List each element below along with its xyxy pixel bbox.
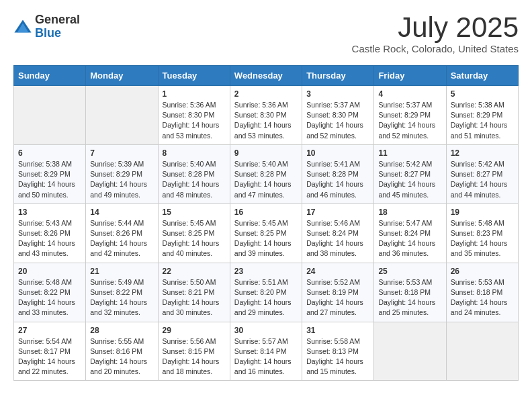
day-info: Sunrise: 5:52 AMSunset: 8:19 PMDaylight:…: [306, 277, 369, 318]
calendar-cell: 27Sunrise: 5:54 AMSunset: 8:17 PMDayligh…: [14, 322, 86, 381]
day-info: Sunrise: 5:55 AMSunset: 8:16 PMDaylight:…: [90, 336, 153, 377]
calendar-cell: 6Sunrise: 5:38 AMSunset: 8:29 PMDaylight…: [14, 144, 86, 203]
day-number: 7: [90, 148, 153, 158]
weekday-header-sunday: Sunday: [14, 66, 86, 86]
weekday-header-thursday: Thursday: [302, 66, 374, 86]
day-number: 8: [163, 148, 226, 158]
day-info: Sunrise: 5:38 AMSunset: 8:29 PMDaylight:…: [18, 159, 81, 200]
day-number: 20: [18, 267, 81, 276]
calendar-cell: 26Sunrise: 5:53 AMSunset: 8:18 PMDayligh…: [446, 263, 518, 322]
day-info: Sunrise: 5:42 AMSunset: 8:27 PMDaylight:…: [378, 159, 441, 200]
month-title: July 2025: [352, 13, 519, 42]
logo-general-text: General: [35, 13, 80, 27]
calendar-cell: 30Sunrise: 5:57 AMSunset: 8:14 PMDayligh…: [230, 322, 302, 381]
calendar-cell: 19Sunrise: 5:48 AMSunset: 8:23 PMDayligh…: [446, 203, 518, 263]
calendar-cell: [374, 322, 446, 381]
day-info: Sunrise: 5:53 AMSunset: 8:18 PMDaylight:…: [451, 277, 514, 318]
day-info: Sunrise: 5:43 AMSunset: 8:26 PMDaylight:…: [18, 218, 81, 259]
calendar-cell: 1Sunrise: 5:36 AMSunset: 8:30 PMDaylight…: [158, 86, 230, 145]
title-block: July 2025 Castle Rock, Colorado, United …: [352, 13, 519, 54]
calendar-cell: 11Sunrise: 5:42 AMSunset: 8:27 PMDayligh…: [374, 144, 446, 203]
calendar-cell: 2Sunrise: 5:36 AMSunset: 8:30 PMDaylight…: [230, 86, 302, 145]
calendar-week-row: 1Sunrise: 5:36 AMSunset: 8:30 PMDaylight…: [14, 86, 519, 145]
day-number: 14: [90, 208, 153, 217]
calendar-cell: 15Sunrise: 5:45 AMSunset: 8:25 PMDayligh…: [158, 203, 230, 263]
day-number: 9: [234, 148, 298, 158]
calendar-cell: 21Sunrise: 5:49 AMSunset: 8:22 PMDayligh…: [86, 263, 158, 322]
day-info: Sunrise: 5:40 AMSunset: 8:28 PMDaylight:…: [163, 159, 226, 200]
calendar-cell: 22Sunrise: 5:50 AMSunset: 8:21 PMDayligh…: [158, 263, 230, 322]
calendar-cell: 17Sunrise: 5:46 AMSunset: 8:24 PMDayligh…: [302, 203, 374, 263]
day-info: Sunrise: 5:41 AMSunset: 8:28 PMDaylight:…: [306, 159, 369, 200]
day-number: 12: [451, 148, 514, 158]
day-number: 27: [18, 326, 81, 335]
calendar-week-row: 20Sunrise: 5:48 AMSunset: 8:22 PMDayligh…: [14, 263, 519, 322]
calendar-cell: 23Sunrise: 5:51 AMSunset: 8:20 PMDayligh…: [230, 263, 302, 322]
day-number: 2: [234, 89, 298, 99]
weekday-header-monday: Monday: [86, 66, 158, 86]
calendar-table: SundayMondayTuesdayWednesdayThursdayFrid…: [13, 65, 519, 381]
day-info: Sunrise: 5:47 AMSunset: 8:24 PMDaylight:…: [378, 218, 441, 259]
day-info: Sunrise: 5:40 AMSunset: 8:28 PMDaylight:…: [234, 159, 298, 200]
day-number: 6: [18, 148, 81, 158]
logo-icon: [13, 17, 32, 36]
calendar-cell: 3Sunrise: 5:37 AMSunset: 8:30 PMDaylight…: [302, 86, 374, 145]
day-number: 29: [163, 326, 226, 335]
logo: General Blue: [13, 13, 80, 40]
day-number: 22: [163, 267, 226, 276]
calendar-cell: 18Sunrise: 5:47 AMSunset: 8:24 PMDayligh…: [374, 203, 446, 263]
calendar-cell: 25Sunrise: 5:53 AMSunset: 8:18 PMDayligh…: [374, 263, 446, 322]
calendar-cell: 24Sunrise: 5:52 AMSunset: 8:19 PMDayligh…: [302, 263, 374, 322]
day-number: 24: [306, 267, 369, 276]
calendar-cell: 7Sunrise: 5:39 AMSunset: 8:29 PMDaylight…: [86, 144, 158, 203]
day-number: 4: [378, 89, 441, 99]
day-number: 19: [451, 208, 514, 217]
logo-text: General Blue: [35, 13, 80, 40]
day-info: Sunrise: 5:57 AMSunset: 8:14 PMDaylight:…: [234, 336, 298, 377]
day-info: Sunrise: 5:39 AMSunset: 8:29 PMDaylight:…: [90, 159, 153, 200]
calendar-cell: [86, 86, 158, 145]
day-number: 26: [451, 267, 514, 276]
day-info: Sunrise: 5:36 AMSunset: 8:30 PMDaylight:…: [163, 100, 226, 141]
page-header: General Blue July 2025 Castle Rock, Colo…: [13, 13, 519, 54]
day-number: 11: [378, 148, 441, 158]
calendar-cell: 10Sunrise: 5:41 AMSunset: 8:28 PMDayligh…: [302, 144, 374, 203]
day-number: 5: [451, 89, 514, 99]
day-number: 16: [234, 208, 298, 217]
weekday-header-wednesday: Wednesday: [230, 66, 302, 86]
day-info: Sunrise: 5:44 AMSunset: 8:26 PMDaylight:…: [90, 218, 153, 259]
calendar-cell: [14, 86, 86, 145]
calendar-cell: 20Sunrise: 5:48 AMSunset: 8:22 PMDayligh…: [14, 263, 86, 322]
day-info: Sunrise: 5:37 AMSunset: 8:30 PMDaylight:…: [306, 100, 369, 141]
day-info: Sunrise: 5:37 AMSunset: 8:29 PMDaylight:…: [378, 100, 441, 141]
day-number: 31: [306, 326, 369, 335]
day-info: Sunrise: 5:49 AMSunset: 8:22 PMDaylight:…: [90, 277, 153, 318]
day-info: Sunrise: 5:45 AMSunset: 8:25 PMDaylight:…: [163, 218, 226, 259]
location-text: Castle Rock, Colorado, United States: [352, 43, 519, 54]
calendar-cell: 12Sunrise: 5:42 AMSunset: 8:27 PMDayligh…: [446, 144, 518, 203]
calendar-cell: 29Sunrise: 5:56 AMSunset: 8:15 PMDayligh…: [158, 322, 230, 381]
calendar-cell: 9Sunrise: 5:40 AMSunset: 8:28 PMDaylight…: [230, 144, 302, 203]
day-number: 3: [306, 89, 369, 99]
day-info: Sunrise: 5:58 AMSunset: 8:13 PMDaylight:…: [306, 336, 369, 377]
day-info: Sunrise: 5:42 AMSunset: 8:27 PMDaylight:…: [451, 159, 514, 200]
calendar-cell: 4Sunrise: 5:37 AMSunset: 8:29 PMDaylight…: [374, 86, 446, 145]
day-info: Sunrise: 5:38 AMSunset: 8:29 PMDaylight:…: [451, 100, 514, 141]
calendar-cell: 14Sunrise: 5:44 AMSunset: 8:26 PMDayligh…: [86, 203, 158, 263]
day-info: Sunrise: 5:46 AMSunset: 8:24 PMDaylight:…: [306, 218, 369, 259]
day-number: 13: [18, 208, 81, 217]
calendar-cell: 8Sunrise: 5:40 AMSunset: 8:28 PMDaylight…: [158, 144, 230, 203]
calendar-week-row: 13Sunrise: 5:43 AMSunset: 8:26 PMDayligh…: [14, 203, 519, 263]
day-number: 21: [90, 267, 153, 276]
calendar-cell: 5Sunrise: 5:38 AMSunset: 8:29 PMDaylight…: [446, 86, 518, 145]
day-number: 15: [163, 208, 226, 217]
weekday-header-row: SundayMondayTuesdayWednesdayThursdayFrid…: [14, 66, 519, 86]
day-number: 18: [378, 208, 441, 217]
weekday-header-friday: Friday: [374, 66, 446, 86]
day-number: 23: [234, 267, 298, 276]
calendar-cell: 28Sunrise: 5:55 AMSunset: 8:16 PMDayligh…: [86, 322, 158, 381]
weekday-header-tuesday: Tuesday: [158, 66, 230, 86]
calendar-cell: 13Sunrise: 5:43 AMSunset: 8:26 PMDayligh…: [14, 203, 86, 263]
day-number: 28: [90, 326, 153, 335]
calendar-cell: 16Sunrise: 5:45 AMSunset: 8:25 PMDayligh…: [230, 203, 302, 263]
